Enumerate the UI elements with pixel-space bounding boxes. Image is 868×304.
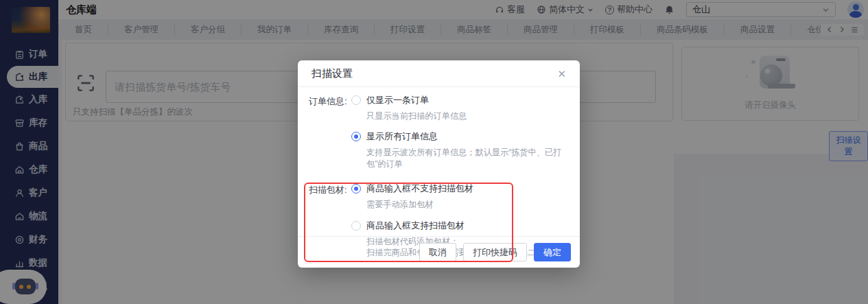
cancel-button[interactable]: 取消 xyxy=(419,243,456,261)
radio-icon[interactable] xyxy=(351,95,361,105)
radio-icon[interactable] xyxy=(351,184,361,194)
scan-settings-modal: 扫描设置 ✕ 订单信息: 仅显示一条订单 只显示当前扫描的订单信息 显示所有订单… xyxy=(298,60,580,268)
section-label: 订单信息: xyxy=(309,94,351,174)
option-description: 支持显示波次所有订单信息；默认显示“拣货中、已打包”的订单 xyxy=(366,147,569,169)
radio-option-packing-scan[interactable]: 商品输入框支持扫描包材 xyxy=(351,220,569,232)
radio-option-no-packing-scan[interactable]: 商品输入框不支持扫描包材 xyxy=(351,183,569,195)
radio-icon[interactable] xyxy=(351,221,361,231)
modal-footer: 取消 打印快捷码 确定 xyxy=(298,236,580,268)
order-info-section: 订单信息: 仅显示一条订单 只显示当前扫描的订单信息 显示所有订单信息 支持显示… xyxy=(309,94,569,174)
option-description: 只显示当前扫描的订单信息 xyxy=(366,110,569,121)
option-description: 需要手动添加包材 xyxy=(366,199,569,210)
app-window: 订单 出库 入库 库存 商品 仓库 xyxy=(0,0,868,304)
confirm-button[interactable]: 确定 xyxy=(534,243,571,261)
radio-option-all-orders[interactable]: 显示所有订单信息 xyxy=(351,130,569,143)
print-shortcut-code-button[interactable]: 打印快捷码 xyxy=(463,243,527,261)
radio-option-single-order[interactable]: 仅显示一条订单 xyxy=(351,94,569,106)
modal-header: 扫描设置 ✕ xyxy=(298,60,580,87)
close-icon[interactable]: ✕ xyxy=(557,69,566,79)
modal-title: 扫描设置 xyxy=(312,67,353,80)
radio-icon[interactable] xyxy=(351,132,361,141)
